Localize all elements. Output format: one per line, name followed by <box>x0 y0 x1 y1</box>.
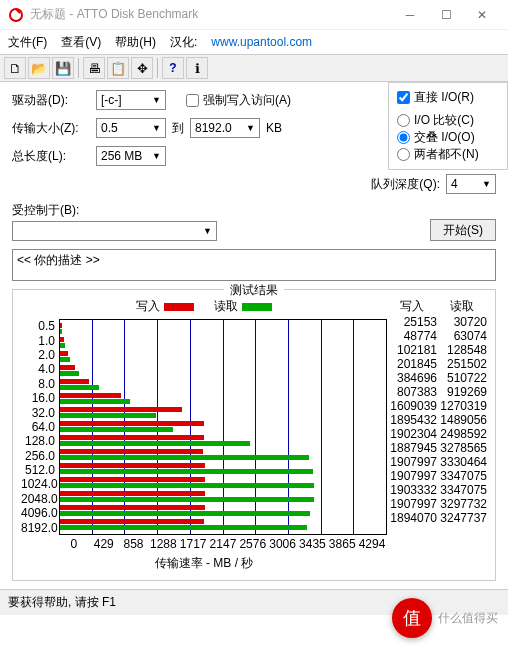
size-from-select[interactable]: 0.5▼ <box>96 118 166 138</box>
help-icon[interactable]: ? <box>162 57 184 79</box>
description-input[interactable]: << 你的描述 >> <box>12 249 496 281</box>
whats-this-icon[interactable]: ℹ <box>186 57 208 79</box>
force-write-checkbox[interactable]: 强制写入访问(A) <box>186 92 291 109</box>
open-icon[interactable]: 📂 <box>28 57 50 79</box>
menu-bar: 文件(F) 查看(V) 帮助(H) 汉化: www.upantool.com <box>0 30 508 54</box>
close-button[interactable]: ✕ <box>464 3 500 27</box>
menu-view[interactable]: 查看(V) <box>61 34 101 51</box>
x-axis-label: 传输速率 - MB / 秒 <box>21 555 387 572</box>
results-panel: 测试结果 写入 读取 0.51.02.04.08.016.032.064.012… <box>12 289 496 581</box>
controlled-select[interactable]: ▼ <box>12 221 217 241</box>
new-icon[interactable]: 🗋 <box>4 57 26 79</box>
io-options: 直接 I/O(R) I/O 比较(C) 交叠 I/O(O) 两者都不(N) <box>388 82 508 170</box>
values-table: 写入读取 25153307204877463074102181128548201… <box>387 298 487 572</box>
size-label: 传输大小(Z): <box>12 120 90 137</box>
length-select[interactable]: 256 MB▼ <box>96 146 166 166</box>
print-icon[interactable]: 🖶 <box>83 57 105 79</box>
menu-file[interactable]: 文件(F) <box>8 34 47 51</box>
to-label: 到 <box>172 120 184 137</box>
svg-point-0 <box>10 9 22 21</box>
io-neither-radio[interactable]: 两者都不(N) <box>397 146 499 163</box>
maximize-button[interactable]: ☐ <box>428 3 464 27</box>
size-to-select[interactable]: 8192.0▼ <box>190 118 260 138</box>
x-axis: 042985812881717214725763006343538654294 <box>59 537 387 551</box>
kb-label: KB <box>266 121 282 135</box>
start-button[interactable]: 开始(S) <box>430 219 496 241</box>
chart: 0.51.02.04.08.016.032.064.0128.0256.0512… <box>21 319 387 535</box>
move-icon[interactable]: ✥ <box>131 57 153 79</box>
length-label: 总长度(L): <box>12 148 90 165</box>
io-compare-radio[interactable]: I/O 比较(C) <box>397 112 499 129</box>
controlled-label: 受控制于(B): <box>12 202 424 219</box>
queue-label: 队列深度(Q): <box>371 176 440 193</box>
app-icon <box>8 7 24 23</box>
toolbar: 🗋 📂 💾 🖶 📋 ✥ ? ℹ <box>0 54 508 82</box>
menu-help[interactable]: 帮助(H) <box>115 34 156 51</box>
watermark: 值 什么值得买 <box>392 598 498 615</box>
menu-url-link[interactable]: www.upantool.com <box>211 35 312 49</box>
copy-icon[interactable]: 📋 <box>107 57 129 79</box>
window-title: 无标题 - ATTO Disk Benchmark <box>30 6 392 23</box>
direct-io-checkbox[interactable]: 直接 I/O(R) <box>397 89 499 106</box>
menu-lang-label: 汉化: <box>170 34 197 51</box>
main-panel: 驱动器(D): [-c-]▼ 强制写入访问(A) 传输大小(Z): 0.5▼ 到… <box>0 82 508 589</box>
separator <box>157 58 158 78</box>
separator <box>78 58 79 78</box>
results-title: 测试结果 <box>224 282 284 299</box>
save-icon[interactable]: 💾 <box>52 57 74 79</box>
chart-legend: 写入 读取 <box>21 298 387 315</box>
drive-label: 驱动器(D): <box>12 92 90 109</box>
drive-select[interactable]: [-c-]▼ <box>96 90 166 110</box>
io-overlap-radio[interactable]: 交叠 I/O(O) <box>397 129 499 146</box>
queue-select[interactable]: 4▼ <box>446 174 496 194</box>
title-bar: 无标题 - ATTO Disk Benchmark ─ ☐ ✕ <box>0 0 508 30</box>
minimize-button[interactable]: ─ <box>392 3 428 27</box>
